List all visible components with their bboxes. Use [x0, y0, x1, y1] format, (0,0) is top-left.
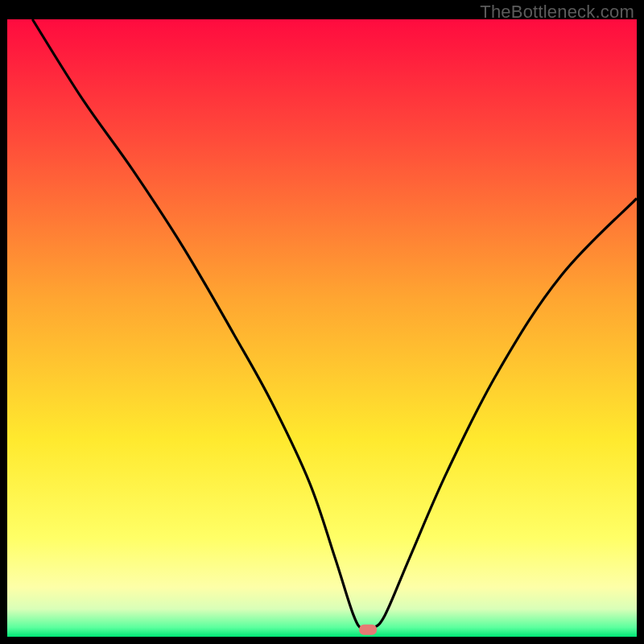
gradient-background	[7, 19, 637, 637]
bottleneck-chart	[7, 0, 637, 637]
chart-frame	[7, 0, 637, 637]
watermark-label: TheBottleneck.com	[480, 2, 634, 23]
optimal-marker	[359, 625, 377, 635]
